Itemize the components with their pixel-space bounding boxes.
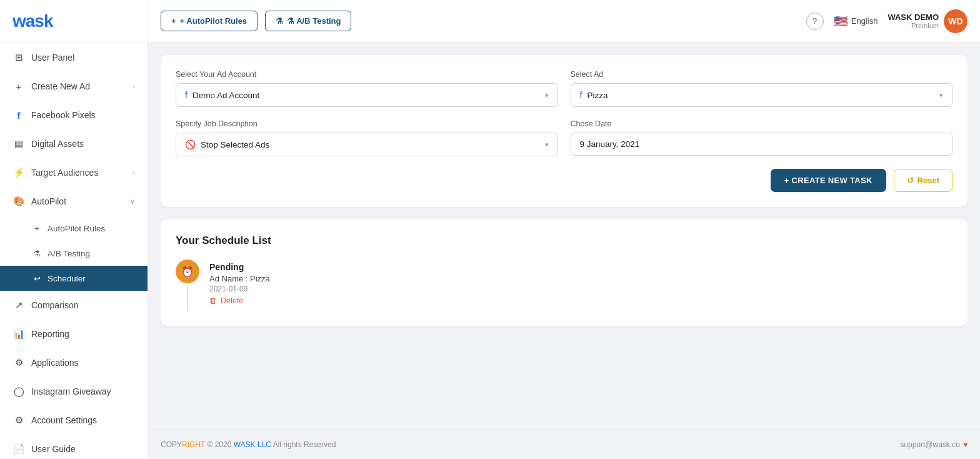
reset-label: Reset (918, 176, 939, 185)
apps-icon: ⚙ (12, 356, 25, 369)
autopilot-rules-button[interactable]: + + AutoPilot Rules (161, 11, 258, 31)
beaker-icon: ⚗ (31, 248, 42, 259)
schedule-ad-name: Ad Name : Pizza (209, 274, 270, 283)
chose-date-label: Chose Date (571, 119, 953, 128)
schedule-status: Pending (209, 262, 270, 272)
reset-button[interactable]: ↺ Reset (894, 169, 952, 192)
sidebar-item-instagram-giveaway[interactable]: ◯ Instagram Giveaway (0, 377, 148, 406)
sidebar-item-comparison[interactable]: ↗ Comparison (0, 291, 148, 320)
footer-copyright: COPYRIGHT © 2020 WASK LLC All rights Res… (161, 440, 336, 449)
topbar-buttons: + + AutoPilot Rules ⚗ ⚗ A/B Testing (161, 11, 351, 31)
delete-label: Delete (221, 296, 243, 305)
layers-icon: ▤ (12, 138, 25, 150)
sidebar-item-applications[interactable]: ⚙ Applications (0, 348, 148, 377)
sidebar-item-digital-assets[interactable]: ▤ Digital Assets (0, 129, 148, 158)
sidebar-item-reporting[interactable]: 📊 Reporting (0, 320, 148, 348)
sidebar-item-autopilot-rules[interactable]: + AutoPilot Rules (0, 216, 148, 241)
trash-icon: 🗑 (209, 296, 218, 305)
timeline-line (187, 286, 188, 311)
plus-icon: + (171, 16, 176, 26)
sidebar-item-label: User Guide (31, 444, 76, 454)
logo: wask (0, 0, 148, 43)
sidebar-sub-item-label: Scheduler (48, 274, 86, 283)
help-button[interactable]: ? (806, 13, 824, 30)
select-ad-value: Pizza (587, 91, 608, 100)
user-info: WASK DEMO Premium WD (888, 9, 968, 33)
plus-icon: + (31, 223, 42, 234)
job-description-label: Specify Job Description (176, 119, 558, 128)
sidebar-item-label: Facebook Pixels (31, 110, 96, 120)
language-selector[interactable]: 🇺🇸 English (834, 14, 878, 28)
rights-text: All rights Reserved (273, 440, 336, 449)
avatar[interactable]: WD (944, 9, 968, 33)
sidebar-item-label: Instagram Giveaway (31, 386, 111, 396)
instagram-icon: ◯ (12, 385, 25, 398)
beaker-icon: ⚗ (276, 16, 283, 26)
sidebar-item-facebook-pixels[interactable]: f Facebook Pixels (0, 101, 148, 129)
plus-icon: + (12, 80, 25, 93)
sidebar-item-scheduler[interactable]: ↩ Scheduler (0, 266, 148, 291)
chose-date-group: Chose Date 9 January, 2021 (571, 119, 953, 156)
sidebar-item-target-audiences[interactable]: ⚡ Target Audiences › (0, 158, 148, 187)
topbar-right: ? 🇺🇸 English WASK DEMO Premium WD (806, 9, 968, 33)
facebook-icon: f (185, 90, 188, 100)
sidebar-item-autopilot[interactable]: 🎨 AutoPilot ∨ (0, 187, 148, 216)
ad-account-select[interactable]: f Demo Ad Account ▾ (176, 83, 558, 107)
palette-icon: 🎨 (12, 195, 25, 208)
company-link[interactable]: WASK LLC (234, 440, 271, 449)
topbar: + + AutoPilot Rules ⚗ ⚗ A/B Testing ? 🇺🇸… (148, 0, 980, 43)
flag-icon: 🇺🇸 (834, 14, 848, 28)
schedule-date: 2021-01-09 (209, 285, 270, 293)
delete-button[interactable]: 🗑 Delete (209, 296, 270, 305)
lightning-icon: ⚡ (12, 166, 25, 179)
copyright-text: COPY (161, 440, 182, 449)
form-row-2: Specify Job Description 🚫 Stop Selected … (176, 119, 952, 156)
sidebar-item-label: Create New Ad (31, 81, 90, 91)
select-ad-group: Select Ad f Pizza ▾ (571, 70, 953, 107)
form-actions: + CREATE NEW TASK ↺ Reset (176, 169, 952, 192)
job-description-value: Stop Selected Ads (201, 140, 269, 149)
book-icon: 📄 (12, 443, 25, 455)
sidebar-item-ab-testing[interactable]: ⚗ A/B Testing (0, 241, 148, 266)
logo-text: wask (12, 11, 53, 31)
create-task-button[interactable]: + CREATE NEW TASK (771, 169, 886, 192)
autopilot-rules-label: + AutoPilot Rules (180, 16, 248, 26)
sidebar-item-account-settings[interactable]: ⚙ Account Settings (0, 406, 148, 435)
sidebar-item-label: Target Audiences (31, 168, 98, 178)
form-card: Select Your Ad Account f Demo Ad Account… (161, 55, 968, 207)
sidebar-sub-item-label: A/B Testing (48, 249, 90, 258)
sidebar-item-label: Reporting (31, 329, 69, 339)
job-description-select[interactable]: 🚫 Stop Selected Ads ▾ (176, 133, 558, 156)
language-label: English (851, 16, 878, 26)
sidebar-item-label: Digital Assets (31, 139, 84, 149)
chevron-down-icon: ▾ (545, 91, 549, 99)
support-email[interactable]: support@wask.co (900, 440, 960, 449)
sidebar-item-user-guide[interactable]: 📄 User Guide (0, 435, 148, 459)
ad-account-value: Demo Ad Account (192, 91, 259, 100)
form-row-1: Select Your Ad Account f Demo Ad Account… (176, 70, 952, 107)
select-ad-dropdown[interactable]: f Pizza ▾ (571, 83, 953, 107)
copyright-year: © 2020 (207, 440, 233, 449)
schedule-status-icon: ⏰ (176, 260, 199, 283)
sidebar-item-label: User Panel (31, 53, 74, 63)
ab-testing-button[interactable]: ⚗ ⚗ A/B Testing (265, 11, 351, 31)
job-description-group: Specify Job Description 🚫 Stop Selected … (176, 119, 558, 156)
schedule-item: ⏰ Pending Ad Name : Pizza 2021-01-09 🗑 D… (176, 260, 952, 311)
sidebar-item-create-new-ad[interactable]: + Create New Ad › (0, 72, 148, 101)
reset-icon: ↺ (907, 176, 914, 185)
sidebar-item-label: Applications (31, 358, 79, 368)
chevron-down-icon: ∨ (130, 198, 135, 206)
schedule-list-card: Your Schedule List ⏰ Pending Ad Name : P… (161, 219, 968, 326)
grid-icon: ⊞ (12, 51, 25, 64)
ad-account-group: Select Your Ad Account f Demo Ad Account… (176, 70, 558, 107)
facebook-icon: f (12, 109, 25, 121)
gear-icon: ⚙ (12, 414, 25, 426)
chevron-down-icon: ▾ (939, 91, 943, 99)
sidebar-item-label: Account Settings (31, 415, 97, 425)
scheduler-icon: ↩ (31, 273, 42, 284)
page-content: Select Your Ad Account f Demo Ad Account… (148, 43, 980, 430)
clock-icon: ⏰ (181, 266, 194, 278)
sidebar-sub-item-label: AutoPilot Rules (48, 224, 105, 233)
date-input[interactable]: 9 January, 2021 (571, 133, 953, 156)
sidebar-item-user-panel[interactable]: ⊞ User Panel (0, 43, 148, 72)
